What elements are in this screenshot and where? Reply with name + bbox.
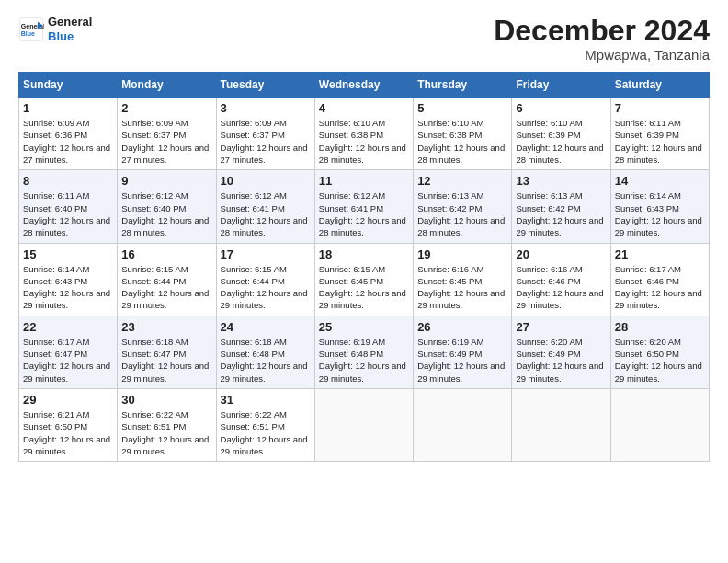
calendar-cell: 9Sunrise: 6:12 AMSunset: 6:40 PMDaylight… [118, 170, 216, 243]
day-number: 23 [121, 320, 211, 334]
cell-info: Sunrise: 6:13 AMSunset: 6:42 PMDaylight:… [417, 190, 505, 237]
header: General Blue General Blue December 2024 … [18, 15, 710, 63]
cell-info: Sunrise: 6:14 AMSunset: 6:43 PMDaylight:… [615, 190, 702, 237]
day-number: 29 [23, 393, 113, 407]
day-number: 5 [417, 101, 507, 115]
cell-info: Sunrise: 6:10 AMSunset: 6:38 PMDaylight:… [319, 118, 406, 165]
svg-text:Blue: Blue [21, 30, 35, 37]
page: General Blue General Blue December 2024 … [0, 0, 728, 471]
calendar-table: SundayMondayTuesdayWednesdayThursdayFrid… [18, 72, 710, 462]
day-number: 15 [23, 247, 113, 261]
cell-info: Sunrise: 6:17 AMSunset: 6:46 PMDaylight:… [615, 264, 702, 311]
day-number: 27 [516, 320, 606, 334]
day-number: 26 [417, 320, 507, 334]
calendar-cell: 2Sunrise: 6:09 AMSunset: 6:37 PMDaylight… [118, 98, 216, 170]
cell-info: Sunrise: 6:20 AMSunset: 6:50 PMDaylight:… [615, 337, 702, 384]
calendar-cell: 6Sunrise: 6:10 AMSunset: 6:39 PMDaylight… [512, 98, 610, 170]
day-number: 24 [221, 320, 311, 334]
day-number: 1 [23, 101, 113, 115]
logo-text: General Blue [48, 15, 92, 43]
cell-info: Sunrise: 6:09 AMSunset: 6:36 PMDaylight:… [23, 118, 110, 165]
calendar-cell: 19Sunrise: 6:16 AMSunset: 6:45 PMDayligh… [414, 243, 512, 316]
day-number: 20 [516, 247, 606, 261]
col-header-tuesday: Tuesday [216, 73, 314, 98]
day-number: 28 [615, 320, 705, 334]
calendar-cell: 24Sunrise: 6:18 AMSunset: 6:48 PMDayligh… [216, 316, 314, 388]
cell-info: Sunrise: 6:15 AMSunset: 6:45 PMDaylight:… [319, 264, 406, 311]
day-number: 9 [121, 174, 211, 188]
cell-info: Sunrise: 6:10 AMSunset: 6:39 PMDaylight:… [516, 118, 603, 165]
calendar-cell: 3Sunrise: 6:09 AMSunset: 6:37 PMDaylight… [216, 98, 314, 170]
cell-info: Sunrise: 6:19 AMSunset: 6:48 PMDaylight:… [319, 337, 406, 384]
calendar-cell: 18Sunrise: 6:15 AMSunset: 6:45 PMDayligh… [314, 243, 413, 316]
calendar-cell: 27Sunrise: 6:20 AMSunset: 6:49 PMDayligh… [512, 316, 610, 388]
calendar-cell: 7Sunrise: 6:11 AMSunset: 6:39 PMDaylight… [610, 98, 709, 170]
cell-info: Sunrise: 6:19 AMSunset: 6:49 PMDaylight:… [417, 337, 505, 384]
month-title: December 2024 [494, 15, 710, 47]
cell-info: Sunrise: 6:14 AMSunset: 6:43 PMDaylight:… [23, 264, 110, 311]
calendar-cell: 28Sunrise: 6:20 AMSunset: 6:50 PMDayligh… [610, 316, 709, 388]
calendar-cell: 5Sunrise: 6:10 AMSunset: 6:38 PMDaylight… [414, 98, 512, 170]
cell-info: Sunrise: 6:21 AMSunset: 6:50 PMDaylight:… [23, 409, 110, 456]
week-row-2: 8Sunrise: 6:11 AMSunset: 6:40 PMDaylight… [19, 170, 710, 243]
calendar-cell [610, 388, 709, 461]
col-header-saturday: Saturday [610, 73, 709, 98]
week-row-3: 15Sunrise: 6:14 AMSunset: 6:43 PMDayligh… [19, 243, 710, 316]
cell-info: Sunrise: 6:15 AMSunset: 6:44 PMDaylight:… [121, 264, 209, 311]
calendar-cell: 22Sunrise: 6:17 AMSunset: 6:47 PMDayligh… [19, 316, 118, 388]
calendar-cell: 11Sunrise: 6:12 AMSunset: 6:41 PMDayligh… [314, 170, 413, 243]
day-number: 21 [615, 247, 705, 261]
calendar-cell: 12Sunrise: 6:13 AMSunset: 6:42 PMDayligh… [414, 170, 512, 243]
day-number: 7 [615, 101, 705, 115]
cell-info: Sunrise: 6:09 AMSunset: 6:37 PMDaylight:… [121, 118, 209, 165]
day-number: 14 [615, 174, 705, 188]
cell-info: Sunrise: 6:12 AMSunset: 6:40 PMDaylight:… [121, 190, 209, 237]
day-number: 2 [121, 101, 211, 115]
col-header-friday: Friday [512, 73, 610, 98]
calendar-cell: 20Sunrise: 6:16 AMSunset: 6:46 PMDayligh… [512, 243, 610, 316]
col-header-sunday: Sunday [19, 73, 118, 98]
calendar-cell: 10Sunrise: 6:12 AMSunset: 6:41 PMDayligh… [216, 170, 314, 243]
calendar-cell: 30Sunrise: 6:22 AMSunset: 6:51 PMDayligh… [118, 388, 216, 461]
cell-info: Sunrise: 6:10 AMSunset: 6:38 PMDaylight:… [417, 118, 505, 165]
title-block: December 2024 Mpwapwa, Tanzania [494, 15, 710, 63]
calendar-cell: 23Sunrise: 6:18 AMSunset: 6:47 PMDayligh… [118, 316, 216, 388]
day-number: 31 [221, 393, 311, 407]
day-number: 30 [121, 393, 211, 407]
day-number: 17 [221, 247, 311, 261]
cell-info: Sunrise: 6:13 AMSunset: 6:42 PMDaylight:… [516, 190, 603, 237]
cell-info: Sunrise: 6:20 AMSunset: 6:49 PMDaylight:… [516, 337, 603, 384]
cell-info: Sunrise: 6:16 AMSunset: 6:45 PMDaylight:… [417, 264, 505, 311]
day-number: 12 [417, 174, 507, 188]
col-header-wednesday: Wednesday [314, 73, 413, 98]
calendar-cell: 14Sunrise: 6:14 AMSunset: 6:43 PMDayligh… [610, 170, 709, 243]
calendar-cell: 21Sunrise: 6:17 AMSunset: 6:46 PMDayligh… [610, 243, 709, 316]
calendar-cell: 8Sunrise: 6:11 AMSunset: 6:40 PMDaylight… [19, 170, 118, 243]
cell-info: Sunrise: 6:11 AMSunset: 6:40 PMDaylight:… [23, 190, 110, 237]
cell-info: Sunrise: 6:22 AMSunset: 6:51 PMDaylight:… [121, 409, 209, 456]
calendar-cell: 31Sunrise: 6:22 AMSunset: 6:51 PMDayligh… [216, 388, 314, 461]
svg-rect-0 [19, 17, 42, 40]
calendar-cell [512, 388, 610, 461]
calendar-cell: 4Sunrise: 6:10 AMSunset: 6:38 PMDaylight… [314, 98, 413, 170]
day-number: 6 [516, 101, 606, 115]
calendar-cell: 26Sunrise: 6:19 AMSunset: 6:49 PMDayligh… [414, 316, 512, 388]
cell-info: Sunrise: 6:09 AMSunset: 6:37 PMDaylight:… [221, 118, 308, 165]
cell-info: Sunrise: 6:12 AMSunset: 6:41 PMDaylight:… [221, 190, 308, 237]
calendar-cell: 16Sunrise: 6:15 AMSunset: 6:44 PMDayligh… [118, 243, 216, 316]
logo: General Blue General Blue [18, 15, 92, 43]
day-number: 25 [319, 320, 409, 334]
week-row-1: 1Sunrise: 6:09 AMSunset: 6:36 PMDaylight… [19, 98, 710, 170]
cell-info: Sunrise: 6:12 AMSunset: 6:41 PMDaylight:… [319, 190, 406, 237]
cell-info: Sunrise: 6:16 AMSunset: 6:46 PMDaylight:… [516, 264, 603, 311]
cell-info: Sunrise: 6:22 AMSunset: 6:51 PMDaylight:… [221, 409, 308, 456]
day-number: 11 [319, 174, 409, 188]
calendar-cell: 15Sunrise: 6:14 AMSunset: 6:43 PMDayligh… [19, 243, 118, 316]
calendar-cell: 25Sunrise: 6:19 AMSunset: 6:48 PMDayligh… [314, 316, 413, 388]
day-number: 16 [121, 247, 211, 261]
calendar-cell [414, 388, 512, 461]
cell-info: Sunrise: 6:18 AMSunset: 6:47 PMDaylight:… [121, 337, 209, 384]
calendar-cell [314, 388, 413, 461]
day-number: 18 [319, 247, 409, 261]
location: Mpwapwa, Tanzania [494, 47, 710, 63]
